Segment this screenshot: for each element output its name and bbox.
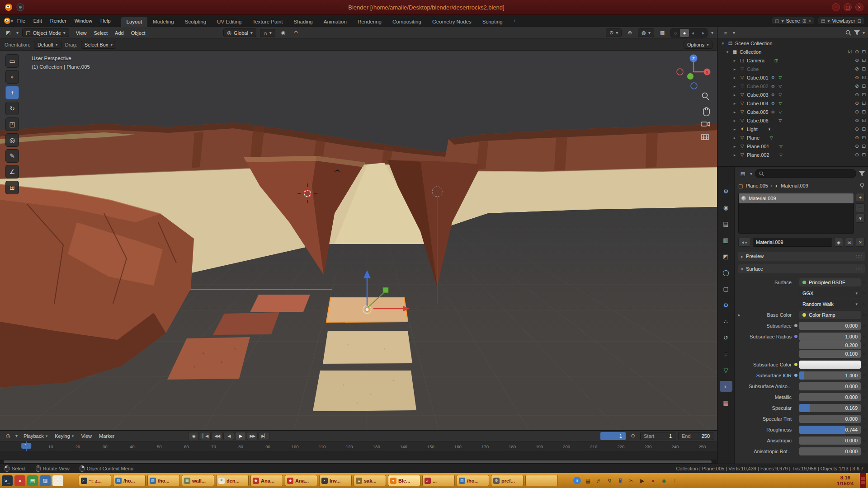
solid-shading-button[interactable]: ●	[680, 29, 689, 37]
search-icon[interactable]	[845, 30, 851, 36]
timeline-editor-icon[interactable]: ◷	[4, 432, 13, 440]
viewport-3d[interactable]: Z X User Perspective (1) Collection | Pl…	[0, 51, 717, 430]
hide-eye-icon[interactable]: ⊙	[855, 92, 859, 97]
breadcrumb-material[interactable]: Material.009	[781, 183, 808, 188]
move-tool[interactable]: +	[5, 86, 19, 99]
taskbar-window-button[interactable]: ◆ Ana...	[285, 475, 317, 486]
expander-icon[interactable]: ▸	[732, 110, 737, 114]
new-scene-button[interactable]: ⊞	[802, 19, 806, 23]
property-field[interactable]: 0.000 0.000 ▾	[799, 382, 861, 390]
package-launcher[interactable]: ▤	[27, 475, 38, 486]
disable-render-icon[interactable]: ⊡	[862, 144, 866, 149]
hide-eye-icon[interactable]: ⊙	[855, 118, 859, 123]
viewport-menu[interactable]: View	[73, 29, 90, 37]
outliner-row[interactable]: ▸ ▽ Cube.005 ⚙ ▽ ⊙ ⊡	[717, 108, 868, 116]
animate-decorator-dot[interactable]	[863, 325, 865, 327]
options-dropdown[interactable]: Options ▾	[684, 41, 712, 49]
taskbar-window-button[interactable]: ≡ den...	[216, 475, 249, 486]
animate-decorator-dot[interactable]	[863, 429, 865, 431]
window-maximize-button[interactable]: ▢	[844, 3, 852, 11]
rotate-tool[interactable]: ↻	[5, 102, 19, 115]
property-field[interactable]: 0.000 0.000 ▾	[799, 415, 861, 423]
taskbar-window-button[interactable]: ▨ /ho...	[457, 475, 489, 486]
hide-eye-icon[interactable]: ⊘	[855, 84, 859, 89]
wireframe-shading-button[interactable]: ◌	[671, 29, 680, 37]
workspace-tab[interactable]: Texture Paint	[247, 17, 288, 27]
properties-editor-icon[interactable]: ▤	[738, 169, 747, 178]
gizmos-toggle-icon[interactable]: ⊕	[625, 29, 634, 37]
scene-tab[interactable]: ◩	[720, 251, 732, 262]
chevron-down-icon[interactable]: ▾	[863, 30, 865, 35]
disable-render-icon[interactable]: ⊡	[862, 118, 866, 123]
next-keyframe-button[interactable]: ▶▶	[247, 432, 258, 440]
media-tray-icon[interactable]: ▶	[638, 477, 646, 484]
preview-section-header[interactable]: ▸ Preview ∷∷	[738, 252, 865, 261]
auto-key-button[interactable]: ◉	[188, 432, 199, 440]
scale-tool[interactable]: ◰	[5, 117, 19, 131]
timeline-menu[interactable]: Keying▾	[52, 432, 77, 440]
hide-eye-icon[interactable]: ⊙	[855, 152, 859, 157]
jump-to-end-button[interactable]: ▶▏	[259, 432, 269, 440]
expander-icon[interactable]: ▸	[732, 67, 737, 71]
browse-material-button[interactable]: ◐ ▾	[738, 238, 751, 247]
outliner-row[interactable]: ▸ ▽ Plane.001 ▽ ⊙ ⊡	[717, 142, 868, 150]
output-tab[interactable]: ▤	[720, 218, 732, 229]
outliner-row[interactable]: ▸ ▽ Plane ▽ ⊙ ⊡	[717, 133, 868, 142]
disable-render-icon[interactable]: ⊡	[862, 92, 866, 97]
collection-checkbox[interactable]: ☑	[848, 49, 852, 54]
fake-user-button[interactable]: ◈	[834, 238, 843, 247]
disable-render-icon[interactable]: ⊡	[862, 101, 866, 106]
tan-plane-2[interactable]	[313, 371, 416, 411]
animate-decorator-dot[interactable]	[863, 314, 865, 316]
taskbar-window-button[interactable]: ▨ /ho...	[113, 475, 146, 486]
taskbar-window-button[interactable]: ◆ Ana...	[250, 475, 283, 486]
prev-keyframe-button[interactable]: ◀◀	[212, 432, 222, 440]
workspace-tab[interactable]: Layout	[121, 17, 148, 27]
timeline-ruler[interactable]: 1020304050607080901001101201301401501601…	[0, 441, 717, 451]
object-tab[interactable]: ▢	[720, 283, 732, 294]
viewport-menu[interactable]: Add	[112, 29, 127, 37]
taskbar-window-button[interactable]: >_ ~: z...	[79, 475, 111, 486]
screenshot-tray-icon[interactable]: ✂	[627, 477, 635, 484]
hide-eye-icon[interactable]: ⊙	[855, 58, 859, 63]
constraints-tab[interactable]: ≡	[720, 348, 732, 359]
menubar-menu[interactable]: File	[13, 17, 29, 25]
jump-to-start-button[interactable]: ▏◀	[200, 432, 211, 440]
window-minimize-button[interactable]: –	[832, 3, 840, 11]
modifiers-tab[interactable]: ⚙	[720, 300, 732, 310]
scene-selector[interactable]: ◫ ▾ Scene ⊞ ×	[772, 17, 814, 25]
animate-decorator-dot[interactable]	[863, 344, 865, 346]
expander-icon[interactable]: ▾	[725, 50, 730, 54]
menubar-menu[interactable]: Render	[46, 17, 71, 25]
axis-y-ball[interactable]	[687, 73, 693, 80]
property-field[interactable]: Random Walk Random Walk ▾	[799, 300, 861, 308]
outliner-editor-icon[interactable]: ≡	[721, 29, 730, 37]
rendered-shading-button[interactable]: ◑	[698, 29, 707, 37]
overlays-dropdown[interactable]: ◍ ▾	[638, 28, 654, 37]
outliner-row[interactable]: ▸ ▽ Cube.006 ▽ ⊙ ⊡	[717, 116, 868, 125]
viewlayer-selector[interactable]: ▤ ▾ ViewLayer ⊡	[818, 17, 864, 25]
new-viewlayer-button[interactable]: ⊡	[858, 19, 861, 23]
expander-icon[interactable]: ▸	[732, 153, 737, 157]
taskbar-window-button[interactable]: ▦ wall...	[182, 475, 214, 486]
hide-eye-icon[interactable]: ⊙	[855, 49, 859, 54]
workspace-tab[interactable]: Geometry Nodes	[427, 17, 477, 27]
property-field[interactable]: Principled BSDF Principled BSDF ▾	[799, 278, 861, 286]
annotate-tool[interactable]: ✎	[5, 149, 19, 163]
clipboard-tray-icon[interactable]: ▤	[584, 477, 592, 484]
property-field[interactable]: 0.000 0.000 ▾	[799, 322, 861, 330]
shield-tray-icon[interactable]: ◆	[660, 477, 668, 484]
world-tab[interactable]: ◯	[720, 267, 732, 278]
property-field[interactable]: 1.000 1.000 ▾	[799, 333, 861, 341]
filter-icon[interactable]	[854, 30, 860, 35]
taskbar-window-button[interactable]: ♬ ...	[422, 475, 455, 486]
disable-render-icon[interactable]: ⊡	[862, 127, 866, 131]
volume-tray-icon[interactable]: ♬	[595, 477, 603, 484]
expander-icon[interactable]: ▾	[720, 41, 726, 46]
blender-menu-icon[interactable]	[4, 17, 11, 24]
snap-dropdown[interactable]: ∩ ▾	[260, 29, 275, 37]
outliner-row[interactable]: ▸ ▽ Cube.001 ⚙ ▽ ⊙ ⊡	[717, 73, 868, 82]
cursor-tool[interactable]: ⌖	[5, 70, 19, 84]
filter-icon[interactable]	[859, 171, 865, 176]
hide-eye-icon[interactable]: ⊙	[855, 109, 859, 114]
